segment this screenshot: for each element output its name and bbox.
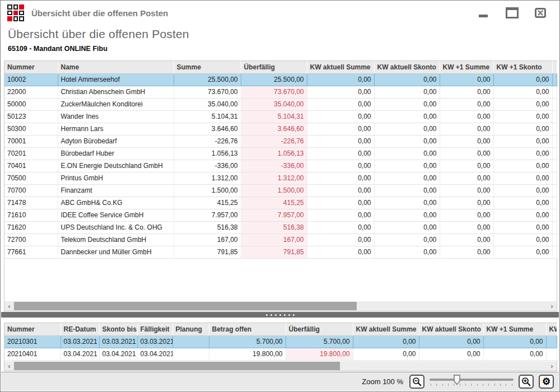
cell-betrag-offen[interactable]: 5.700,00: [209, 335, 286, 348]
cell-ueberfaellig[interactable]: -226,76: [241, 135, 307, 147]
cell-kw1-summe[interactable]: 0,00: [440, 86, 493, 98]
cell-name[interactable]: Hermann Lars: [58, 123, 174, 135]
col-header-summe[interactable]: Summe: [174, 61, 241, 73]
cell-kw-aktuell-skonto[interactable]: 0,00: [374, 98, 440, 110]
cell-ueberfaellig[interactable]: 7.957,00: [241, 209, 307, 221]
cell-kw-aktuell-skonto[interactable]: 0,00: [374, 160, 440, 172]
cell-kw1-summe[interactable]: 0,00: [440, 234, 493, 246]
cell-nummer[interactable]: 77661: [4, 246, 58, 258]
cell-ueberfaellig[interactable]: 1.056,13: [241, 147, 307, 160]
col-header-faelligkeit[interactable]: Fälligkeit: [137, 323, 172, 335]
scroll-left-icon[interactable]: ‹: [4, 361, 14, 371]
col-header-kw-aktuell-summe[interactable]: KW aktuell Summe: [353, 323, 419, 335]
cell-kw-aktuell-summe[interactable]: 0,00: [307, 135, 374, 147]
cell-kw-aktuell-summe[interactable]: 0,00: [353, 335, 419, 348]
cell-ueberfaellig[interactable]: 19.800,00: [286, 348, 353, 360]
col-header-ueberfaellig[interactable]: Überfällig: [241, 61, 307, 73]
cell-name[interactable]: Wander Ines: [58, 110, 174, 123]
detail-table-hscrollbar[interactable]: ‹ ›: [4, 361, 557, 371]
cell-name[interactable]: UPS Deutschland Inc. & Co. OHG: [58, 221, 174, 234]
cell-kw1-summe[interactable]: 0,00: [440, 160, 493, 172]
cell-kw1-summe[interactable]: 0,00: [440, 246, 493, 258]
grid-splitter-handle[interactable]: [1, 312, 559, 318]
cell-re-datum[interactable]: 03.04.2021: [60, 348, 99, 360]
cell-kw-aktuell-summe[interactable]: 0,00: [307, 110, 374, 123]
cell-summe[interactable]: 415,25: [174, 197, 241, 209]
cell-kw1-skonto[interactable]: 0,00: [493, 135, 552, 147]
table-row[interactable]: 70700 Finanzamt 1.500,00 1.500,00 0,00 0…: [4, 184, 557, 197]
cell-kw1-summe[interactable]: 0,00: [440, 110, 493, 123]
cell-kw-aktuell-summe[interactable]: 0,00: [307, 209, 374, 221]
maximize-button[interactable]: [505, 7, 519, 19]
cell-kw-aktuell-summe[interactable]: 0,00: [307, 234, 374, 246]
cell-kw-aktuell-skonto[interactable]: 0,00: [374, 209, 440, 221]
cell-name[interactable]: E.ON Energie Deutschland GmbH: [58, 160, 174, 172]
cell-kw-aktuell-skonto[interactable]: 0,00: [374, 184, 440, 197]
cell-kw1-skonto[interactable]: 0,00: [493, 221, 552, 234]
cell-kw1-skonto[interactable]: 0,00: [493, 172, 552, 184]
cell-kw1-skonto[interactable]: 0,00: [493, 209, 552, 221]
cell-kw-aktuell-summe[interactable]: 0,00: [307, 221, 374, 234]
table-row[interactable]: 71620 UPS Deutschland Inc. & Co. OHG 516…: [4, 221, 557, 234]
cell-kw-aktuell-summe[interactable]: 0,00: [307, 246, 374, 258]
cell-name[interactable]: Printus GmbH: [58, 172, 174, 184]
cell-nummer[interactable]: 50000: [4, 98, 58, 110]
cell-summe[interactable]: 1.312,00: [174, 172, 241, 184]
col-header-betrag-offen[interactable]: Betrag offen: [209, 323, 286, 335]
cell-ueberfaellig[interactable]: -336,00: [241, 160, 307, 172]
cell-kw1-summe[interactable]: 0,00: [440, 209, 493, 221]
cell-summe[interactable]: 7.957,00: [174, 209, 241, 221]
cell-kw-aktuell-skonto[interactable]: 0,00: [374, 73, 440, 86]
cell-faelligkeit[interactable]: 03.04.2021: [137, 348, 172, 360]
cell-ueberfaellig[interactable]: 35.040,00: [241, 98, 307, 110]
cell-ueberfaellig[interactable]: 3.646,60: [241, 123, 307, 135]
cell-name[interactable]: Dannbecker und Müller GmbH: [58, 246, 174, 258]
cell-name[interactable]: Bürobedarf Huber: [58, 147, 174, 160]
col-header-skonto-bis[interactable]: Skonto bis: [99, 323, 137, 335]
table-row[interactable]: 71478 ABC GmbH& Co.KG 415,25 415,25 0,00…: [4, 197, 557, 209]
cell-kw-aktuell-skonto[interactable]: 0,00: [419, 348, 483, 360]
table-row[interactable]: 50300 Hermann Lars 3.646,60 3.646,60 0,0…: [4, 123, 557, 135]
cell-kw-aktuell-summe[interactable]: 0,00: [307, 98, 374, 110]
cell-nummer[interactable]: 71620: [4, 221, 58, 234]
cell-kw-aktuell-skonto[interactable]: 0,00: [374, 110, 440, 123]
cell-kw-aktuell-summe[interactable]: 0,00: [307, 147, 374, 160]
cell-kw1-summe[interactable]: 0,00: [483, 348, 546, 360]
detail-scroll-thumb[interactable]: [14, 362, 340, 370]
cell-kw-aktuell-skonto[interactable]: 0,00: [419, 335, 483, 348]
cell-kw-aktuell-summe[interactable]: 0,00: [307, 184, 374, 197]
col-header-ueberfaellig[interactable]: Überfällig: [286, 323, 353, 335]
cell-kw-aktuell-skonto[interactable]: 0,00: [374, 246, 440, 258]
close-button[interactable]: [534, 7, 547, 19]
cell-kw1-skonto[interactable]: 0,00: [493, 246, 552, 258]
scroll-right-icon[interactable]: ›: [547, 361, 557, 371]
table-row[interactable]: 70401 E.ON Energie Deutschland GmbH -336…: [4, 160, 557, 172]
cell-kw-aktuell-skonto[interactable]: 0,00: [374, 221, 440, 234]
cell-kw1-skonto[interactable]: 0,00: [493, 184, 552, 197]
cell-kw1-summe[interactable]: 0,00: [440, 197, 493, 209]
cell-kw-aktuell-skonto[interactable]: 0,00: [374, 172, 440, 184]
cell-name[interactable]: Finanzamt: [58, 184, 174, 197]
table-row[interactable]: 22000 Christian Abenschein GmbH 73.670,0…: [4, 86, 557, 98]
cell-summe[interactable]: 25.500,00: [174, 73, 241, 86]
cell-summe[interactable]: 5.104,31: [174, 110, 241, 123]
minimize-button[interactable]: [477, 7, 490, 19]
cell-summe[interactable]: 35.040,00: [174, 98, 241, 110]
cell-nummer[interactable]: 70700: [4, 184, 58, 197]
table-row[interactable]: 70001 Adyton Bürobedarf -226,76 -226,76 …: [4, 135, 557, 147]
col-header-nummer[interactable]: Nummer: [4, 323, 60, 335]
table-row[interactable]: 70201 Bürobedarf Huber 1.056,13 1.056,13…: [4, 147, 557, 160]
cell-ueberfaellig[interactable]: 73.670,00: [241, 86, 307, 98]
cell-kw-aktuell-summe[interactable]: 0,00: [307, 160, 374, 172]
cell-name[interactable]: Telekom Deutschland GmbH: [58, 234, 174, 246]
scroll-left-icon[interactable]: ‹: [4, 301, 14, 311]
col-header-kw1-skonto[interactable]: KW +1 Skonto: [493, 61, 552, 73]
cell-kw1-skonto[interactable]: 0,00: [493, 86, 552, 98]
col-header-kw1-summe[interactable]: KW +1 Summe: [440, 61, 493, 73]
cell-name[interactable]: Adyton Bürobedarf: [58, 135, 174, 147]
table-row[interactable]: 20210301 03.03.2021 03.03.2021 03.03.202…: [4, 335, 557, 348]
zoom-out-button[interactable]: [409, 375, 424, 389]
cell-nummer[interactable]: 22000: [4, 86, 58, 98]
scroll-right-icon[interactable]: ›: [547, 301, 557, 311]
cell-nummer[interactable]: 50123: [4, 110, 58, 123]
